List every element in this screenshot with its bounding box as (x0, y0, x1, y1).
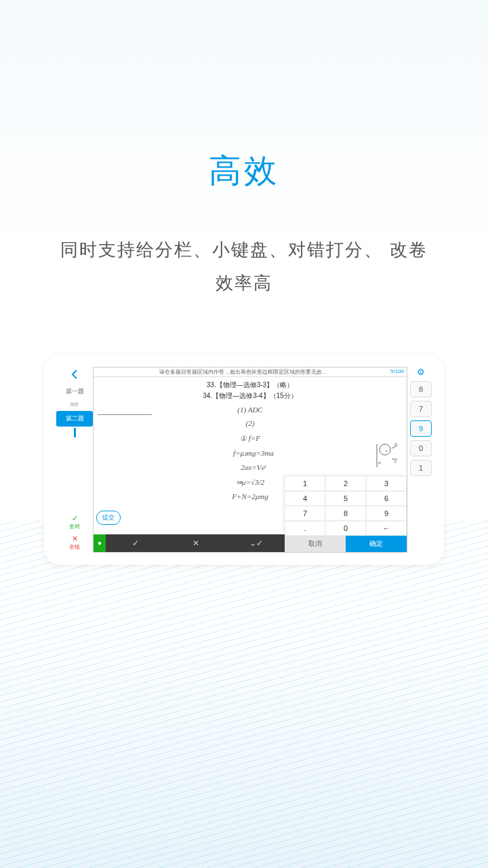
x-icon: ✕ (56, 534, 93, 543)
all-correct-button[interactable]: ✓ 全对 (56, 512, 93, 532)
submit-button[interactable]: 提交 (96, 511, 121, 524)
x-tool-icon[interactable]: ✕ (166, 538, 226, 548)
app-screenshot: 第一题 9分 第二题 ✓ 全对 ✕ 全错 请在各 (44, 355, 444, 565)
progress-indicator: 5/100 (390, 368, 404, 374)
score-7[interactable]: 7 (410, 401, 432, 417)
all-wrong-button[interactable]: ✕ 全错 (56, 532, 93, 553)
page-subtitle: 同时支持给分栏、小键盘、对错打分、 改卷效率高 (0, 233, 488, 300)
question-tab-2[interactable]: 第二题 (56, 411, 93, 427)
keypad-2[interactable]: 2 (325, 476, 366, 491)
svg-point-1 (386, 450, 387, 452)
svg-text:P: P (378, 461, 381, 465)
half-check-tool-icon[interactable]: ⌄✓ (226, 538, 287, 548)
numeric-keypad: 1 2 3 4 5 6 7 8 9 . 0 ← 取消 (285, 476, 407, 552)
keypad-8[interactable]: 8 (325, 506, 366, 521)
gear-icon: ⚙ (417, 367, 425, 377)
question-33: 33.【物理—选修3-3】（略） (98, 380, 403, 391)
question-34: 34.【物理—选修3-4】（15分） (98, 391, 403, 401)
keypad-backspace[interactable]: ← (366, 521, 407, 536)
keypad-1[interactable]: 1 (285, 476, 325, 491)
score-8[interactable]: 8 (410, 381, 432, 397)
score-9[interactable]: 9 (410, 420, 432, 437)
svg-text:F: F (394, 460, 397, 464)
keypad-5[interactable]: 5 (325, 491, 366, 506)
check-icon: ✓ (56, 514, 93, 523)
page-title: 高效 (0, 149, 488, 193)
settings-button[interactable]: ⚙ (410, 367, 432, 377)
score-1[interactable]: 1 (410, 460, 432, 476)
svg-point-0 (380, 444, 390, 455)
paper-header: 请在各题目答题区域内作答，超出黑色矩形边框限定区域的答案无效… 5/100 (94, 368, 407, 377)
keypad-7[interactable]: 7 (285, 506, 325, 521)
svg-text:A: A (394, 442, 397, 446)
keypad-3[interactable]: 3 (366, 476, 407, 491)
keypad-cancel-button[interactable]: 取消 (285, 536, 346, 552)
question-tab-1[interactable]: 第一题 (56, 384, 93, 399)
back-button[interactable] (56, 367, 93, 384)
keypad-0[interactable]: 0 (325, 521, 366, 536)
score-0[interactable]: 0 (410, 440, 432, 456)
keypad-6[interactable]: 6 (366, 491, 407, 506)
keypad-dot[interactable]: . (285, 521, 325, 536)
keypad-4[interactable]: 4 (285, 491, 325, 506)
keypad-9[interactable]: 9 (366, 506, 407, 521)
question-1-score: 9分 (56, 401, 93, 408)
physics-diagram: A F P (366, 441, 400, 469)
check-tool-icon[interactable]: ✓ (106, 538, 166, 548)
keypad-ok-button[interactable]: 确定 (346, 536, 407, 552)
pen-tool-active[interactable]: ● (94, 534, 106, 552)
